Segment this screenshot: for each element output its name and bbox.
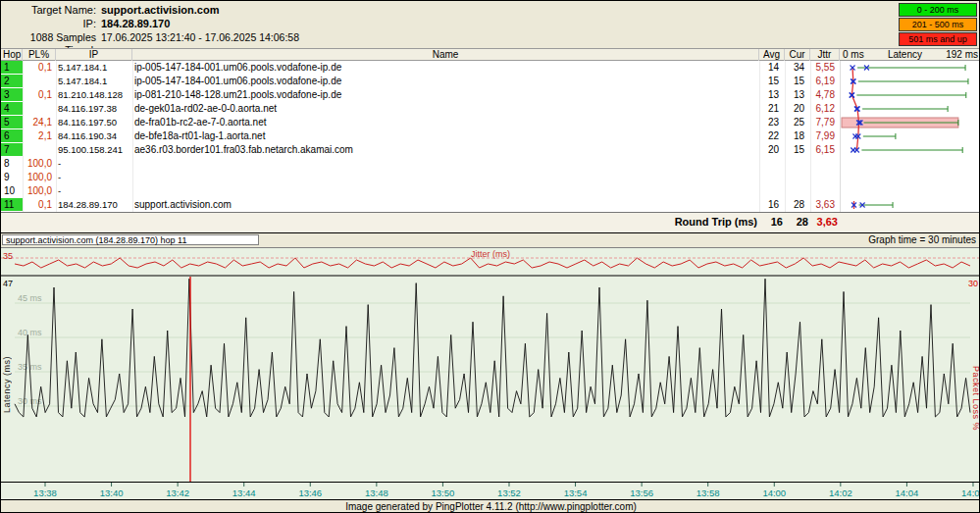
cur-cell: 25: [785, 116, 808, 129]
round-trip-label: Round Trip (ms): [1, 213, 757, 231]
table-row[interactable]: 524,184.116.197.50de-fra01b-rc2-ae-7-0.a…: [1, 116, 980, 129]
hostname-cell: de-bfe18a-rt01-lag-1.aorta.net: [132, 129, 758, 143]
avg-cell: 13: [759, 88, 783, 102]
packet-loss-cell: [23, 75, 54, 88]
ip-cell: -: [56, 171, 130, 184]
hop-badge: 10: [1, 184, 23, 198]
avg-cell: [759, 184, 783, 198]
packet-loss-cell: [23, 143, 54, 157]
col-cur[interactable]: Cur: [785, 49, 810, 61]
table-row[interactable]: 110,1184.28.89.170support.activision.com…: [1, 198, 980, 212]
svg-text:14:00: 14:00: [762, 487, 786, 498]
round-trip-avg: 16: [759, 213, 783, 231]
table-row[interactable]: 8100,0-: [1, 157, 980, 171]
pingplotter-window: Target Name: support.activision.com IP: …: [0, 0, 980, 513]
table-row[interactable]: 10100,0-: [1, 184, 980, 198]
jitter-cell: 6,19: [810, 75, 838, 88]
target-name-value: support.activision.com: [101, 4, 219, 17]
hostname-cell: ip-005-147-184-001.um06.pools.vodafone-i…: [132, 75, 758, 88]
hostname-cell: ip-005-147-184-001.um06.pools.vodafone-i…: [132, 61, 758, 75]
svg-text:13:48: 13:48: [365, 487, 388, 498]
ip-label: IP:: [1, 18, 101, 30]
latency-scale-min: 0 ms: [843, 49, 864, 61]
cur-cell: [785, 184, 808, 198]
legend-item: 501 ms and up: [899, 32, 977, 46]
hop-badge: 11: [1, 198, 23, 212]
column-separator: [23, 61, 24, 212]
hop-badge: 5: [1, 116, 23, 129]
hostname-cell: support.activision.com: [132, 198, 758, 212]
column-separator: [56, 61, 57, 212]
col-jtr[interactable]: Jttr: [810, 49, 840, 61]
ip-cell: 184.28.89.170: [56, 198, 130, 212]
table-row[interactable]: 30,181.210.148.128ip-081-210-148-128.um2…: [1, 88, 980, 102]
timeline-titlebar: support.activision.com (184.28.89.170) h…: [1, 233, 980, 247]
svg-text:Jitter (ms): Jitter (ms): [471, 249, 510, 259]
ip-cell: 95.100.158.241: [56, 143, 130, 157]
avg-cell: 22: [759, 129, 783, 143]
jitter-cell: [810, 171, 838, 184]
hop-latency-minichart-svg: [841, 61, 980, 212]
cur-cell: 15: [785, 75, 808, 88]
col-hop[interactable]: Hop: [1, 49, 23, 61]
hostname-cell: [132, 157, 758, 171]
graph-time-label: Graph time = 30 minutes: [868, 234, 976, 246]
packet-loss-cell: 2,1: [23, 129, 54, 143]
avg-cell: 16: [759, 198, 783, 212]
svg-text:45 ms: 45 ms: [18, 293, 42, 303]
cur-cell: 13: [785, 88, 808, 102]
round-trip-cur: 28: [785, 213, 808, 231]
table-row[interactable]: 9100,0-: [1, 171, 980, 184]
timeline-chart[interactable]: Jitter (ms)35473045 ms40 ms35 ms30 ms13:…: [1, 247, 980, 500]
col-avg[interactable]: Avg: [759, 49, 785, 61]
jitter-cell: 3,63: [810, 198, 838, 212]
trace-table: Hop PL% IP Name Avg Cur Jttr 0 ms Latenc…: [1, 48, 980, 232]
hostname-cell: ae36.r03.border101.fra03.fab.netarch.aka…: [132, 143, 758, 157]
avg-cell: 14: [759, 61, 783, 75]
ip-cell: 81.210.148.128: [56, 88, 130, 102]
latency-axis-label: Latency (ms): [2, 356, 12, 413]
table-row[interactable]: 10,15.147.184.1ip-005-147-184-001.um06.p…: [1, 61, 980, 75]
avg-cell: 21: [759, 102, 783, 116]
legend-item: 0 - 200 ms: [899, 3, 977, 17]
hop-badge: 7: [1, 143, 23, 157]
avg-cell: 20: [759, 143, 783, 157]
table-row[interactable]: 25.147.184.1ip-005-147-184-001.um06.pool…: [1, 75, 980, 88]
timeline-chart-svg[interactable]: Jitter (ms)35473045 ms40 ms35 ms30 ms13:…: [1, 248, 980, 500]
cur-cell: 28: [785, 198, 808, 212]
jitter-cell: 5,55: [810, 61, 838, 75]
hop-badge: 2: [1, 75, 23, 88]
col-name[interactable]: Name: [132, 49, 759, 61]
table-row[interactable]: 62,184.116.190.34de-bfe18a-rt01-lag-1.ao…: [1, 129, 980, 143]
ip-cell: 84.116.190.34: [56, 129, 130, 143]
hop-badge: 3: [1, 88, 23, 102]
table-row[interactable]: 795.100.158.241ae36.r03.border101.fra03.…: [1, 143, 980, 157]
avg-cell: [759, 171, 783, 184]
svg-text:35: 35: [3, 251, 13, 261]
cur-cell: [785, 157, 808, 171]
svg-text:13:56: 13:56: [630, 487, 653, 498]
packet-loss-cell: 0,1: [23, 88, 54, 102]
round-trip-row: Round Trip (ms) 16 28 3,63: [1, 212, 980, 232]
packet-loss-cell: 100,0: [23, 157, 54, 171]
ip-cell: 84.116.197.50: [56, 116, 130, 129]
packet-loss-cell: [23, 102, 54, 116]
target-name-line: Target Name: support.activision.com: [1, 4, 219, 17]
hop-latency-chart: [840, 61, 980, 212]
hop-badge: 8: [1, 157, 23, 171]
col-ip[interactable]: IP: [56, 49, 132, 61]
hop-badge: 9: [1, 171, 23, 184]
col-pl[interactable]: PL%: [23, 49, 56, 61]
ip-value: 184.28.89.170: [101, 18, 170, 30]
svg-text:14:02: 14:02: [829, 487, 852, 498]
table-row[interactable]: 484.116.197.38de-gek01a-rd02-ae-0-0.aort…: [1, 102, 980, 116]
hostname-cell: ip-081-210-148-128.um21.pools.vodafone-i…: [132, 88, 758, 102]
generated-by-footer: Image generated by PingPlotter 4.11.2 (h…: [1, 499, 980, 513]
svg-text:13:44: 13:44: [232, 487, 256, 498]
packet-loss-axis-label: Packet Loss %: [971, 366, 980, 431]
ip-cell: 5.147.184.1: [56, 61, 130, 75]
svg-text:13:58: 13:58: [696, 487, 720, 498]
packet-loss-cell: 0,1: [23, 61, 54, 75]
packet-loss-cell: 0,1: [23, 198, 54, 212]
svg-text:13:38: 13:38: [33, 487, 57, 498]
